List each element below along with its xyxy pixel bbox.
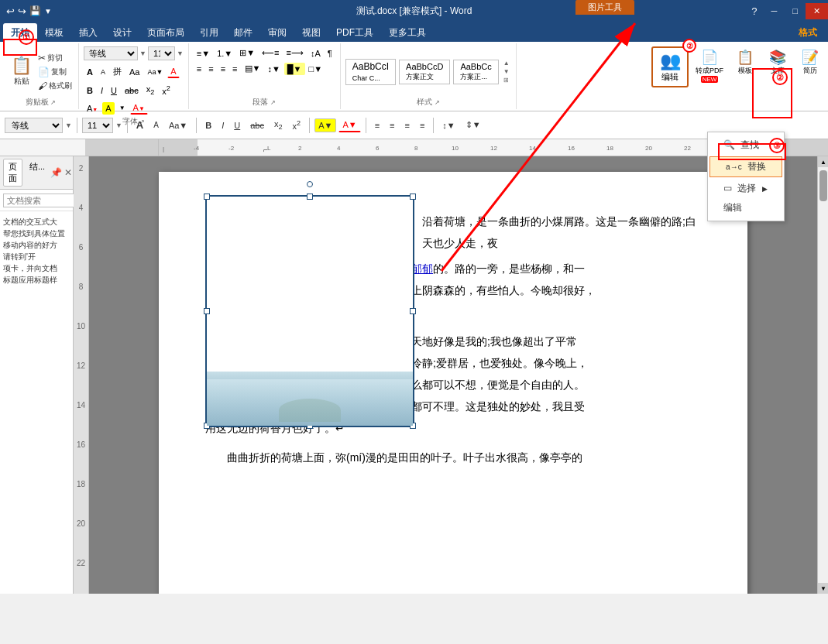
- highlight-arrow[interactable]: ▼: [116, 103, 129, 113]
- resize-bc[interactable]: [307, 423, 313, 429]
- line-spacing-btn[interactable]: ↕▼: [264, 63, 283, 75]
- tab-layout[interactable]: 页面布局: [139, 23, 192, 42]
- minimize-btn[interactable]: ─: [764, 3, 785, 19]
- case-btn[interactable]: Aa▼: [144, 67, 166, 77]
- template-btn[interactable]: 📋 模板: [730, 46, 760, 78]
- copy-btn[interactable]: 📄复制: [36, 66, 74, 78]
- font-color-btn[interactable]: A: [167, 65, 179, 78]
- redo-btn[interactable]: ↪: [18, 5, 26, 17]
- superscript-toolbar-btn[interactable]: x2: [289, 117, 305, 133]
- tab-mail[interactable]: 邮件: [226, 23, 260, 42]
- superscript-btn[interactable]: x2: [159, 83, 174, 98]
- tab-template[interactable]: 模板: [37, 23, 71, 42]
- col-btn[interactable]: ▤▼: [242, 62, 264, 75]
- font-size-down-btn[interactable]: A: [98, 67, 108, 77]
- tab-more[interactable]: 更多工具: [381, 23, 434, 42]
- sidebar-tab-structure[interactable]: 结...: [24, 159, 50, 187]
- font-name-select[interactable]: 等线: [84, 46, 138, 60]
- resize-tc[interactable]: [307, 194, 313, 200]
- bullets-btn[interactable]: ≡▼: [194, 47, 213, 60]
- paste-btn[interactable]: 📋 粘贴: [8, 56, 35, 88]
- resize-bl[interactable]: [204, 423, 210, 429]
- tab-view[interactable]: 视图: [294, 23, 328, 42]
- line-spacing-toolbar[interactable]: ↕▼: [438, 118, 459, 132]
- edit-menu-item[interactable]: 编辑: [708, 198, 784, 218]
- italic-btn[interactable]: I: [98, 84, 106, 97]
- edit-btn[interactable]: 👥 编辑: [651, 46, 689, 87]
- help-btn[interactable]: ?: [745, 5, 763, 17]
- resize-ml[interactable]: [204, 308, 210, 314]
- style-body[interactable]: AaBbCcD方案正文: [399, 60, 450, 84]
- style-charcustom[interactable]: AaBbCcIChar C...: [345, 59, 396, 85]
- convert-pdf-btn[interactable]: 📄 转成PDF NEW: [692, 46, 727, 85]
- select-menu-item[interactable]: ▭ 选择 ▶: [708, 179, 784, 198]
- tab-insert[interactable]: 插入: [71, 23, 105, 42]
- shrink-font-btn[interactable]: A: [149, 118, 163, 132]
- replace-menu-item[interactable]: a→c 替换: [709, 156, 782, 177]
- highlight-btn[interactable]: A: [102, 102, 114, 115]
- tab-review[interactable]: 审阅: [260, 23, 294, 42]
- style-alt[interactable]: AaBbCc方案正...: [453, 60, 498, 84]
- font-color3-btn[interactable]: A▼: [130, 101, 148, 115]
- rotation-handle[interactable]: [307, 181, 313, 187]
- strikethrough-btn[interactable]: abc: [122, 84, 142, 97]
- sidebar-tab-pages[interactable]: 页面: [3, 159, 22, 187]
- tab-references[interactable]: 引用: [192, 23, 226, 42]
- font-color2-btn[interactable]: A▼: [84, 102, 101, 115]
- sort-btn[interactable]: ↕A: [307, 47, 324, 60]
- sidebar-close-btn[interactable]: ✕: [64, 167, 72, 178]
- resize-tl[interactable]: [204, 194, 210, 200]
- scroll-thumb[interactable]: [819, 170, 827, 201]
- font-size-toolbar[interactable]: 11: [82, 118, 113, 133]
- case-toolbar-btn[interactable]: Aa▼: [165, 118, 191, 132]
- resize-mr[interactable]: [410, 308, 416, 314]
- align-left-btn[interactable]: ≡: [194, 63, 204, 75]
- font-size-up-btn[interactable]: A: [84, 66, 96, 78]
- align-right-toolbar[interactable]: ≡: [400, 118, 413, 132]
- align-center-toolbar[interactable]: ≡: [386, 118, 398, 132]
- scroll-up-btn[interactable]: ▲: [818, 156, 828, 167]
- tab-design[interactable]: 设计: [105, 23, 139, 42]
- show-para-btn[interactable]: ¶: [325, 47, 335, 60]
- underline-toolbar-btn[interactable]: U: [230, 118, 244, 132]
- style-down-btn[interactable]: ▼: [502, 67, 511, 76]
- border-btn[interactable]: □▼: [306, 63, 326, 75]
- bold-toolbar-btn[interactable]: B: [201, 118, 215, 132]
- quick-save-btn[interactable]: 💾: [29, 5, 41, 16]
- tab-pdf[interactable]: PDF工具: [328, 23, 381, 42]
- indent-dec-btn[interactable]: ⟵≡: [259, 46, 282, 60]
- justify-btn[interactable]: ≡: [229, 63, 240, 75]
- align-center-btn[interactable]: ≡: [205, 63, 216, 75]
- scroll-down-btn[interactable]: ▼: [818, 583, 828, 594]
- brief-btn[interactable]: 📝 简历: [795, 46, 825, 78]
- bold-btn[interactable]: B: [84, 84, 96, 97]
- italic-toolbar-btn[interactable]: I: [218, 118, 228, 132]
- format-copy-btn[interactable]: 🖌格式刷: [36, 80, 74, 92]
- undo-btn[interactable]: ↩: [6, 5, 15, 17]
- phonetic-btn[interactable]: 拼: [110, 64, 125, 79]
- resize-tr[interactable]: [410, 194, 416, 200]
- font-family-toolbar[interactable]: 等线: [5, 118, 63, 133]
- align-left-toolbar[interactable]: ≡: [371, 118, 383, 132]
- style-expand-btn[interactable]: ⊞: [502, 76, 511, 84]
- font-size-select[interactable]: 11: [148, 46, 175, 60]
- para-spacing-toolbar[interactable]: ⇕▼: [462, 118, 485, 132]
- strike-toolbar-btn[interactable]: abc: [246, 118, 268, 132]
- font-color-toolbar-btn[interactable]: A▼: [338, 118, 360, 132]
- justify-toolbar[interactable]: ≡: [416, 118, 428, 132]
- cut-btn[interactable]: ✂剪切: [36, 52, 74, 64]
- underline-btn[interactable]: U: [108, 84, 120, 97]
- close-btn[interactable]: ✕: [806, 3, 828, 19]
- dropdown-arrow[interactable]: ▼: [44, 7, 52, 15]
- page-area[interactable]: 沿着荷塘，是一条曲折的小煤屑路。这是一条幽僻的路;白天也少人走，夜 晚更加寂寞。…: [89, 156, 817, 594]
- align-right-btn[interactable]: ≡: [218, 63, 228, 75]
- resize-br[interactable]: [410, 423, 416, 429]
- multilevel-btn[interactable]: ⊞▼: [236, 46, 258, 60]
- highlight-toolbar-btn[interactable]: A▼: [314, 118, 336, 132]
- shading-btn[interactable]: █▼: [284, 63, 305, 75]
- subscript-toolbar-btn[interactable]: x2: [270, 117, 287, 133]
- clear-format-btn[interactable]: Aa: [126, 66, 143, 78]
- tab-format[interactable]: 格式: [791, 23, 825, 42]
- sidebar-pin-btn[interactable]: 📌: [50, 167, 62, 178]
- image-frame[interactable]: [205, 195, 414, 427]
